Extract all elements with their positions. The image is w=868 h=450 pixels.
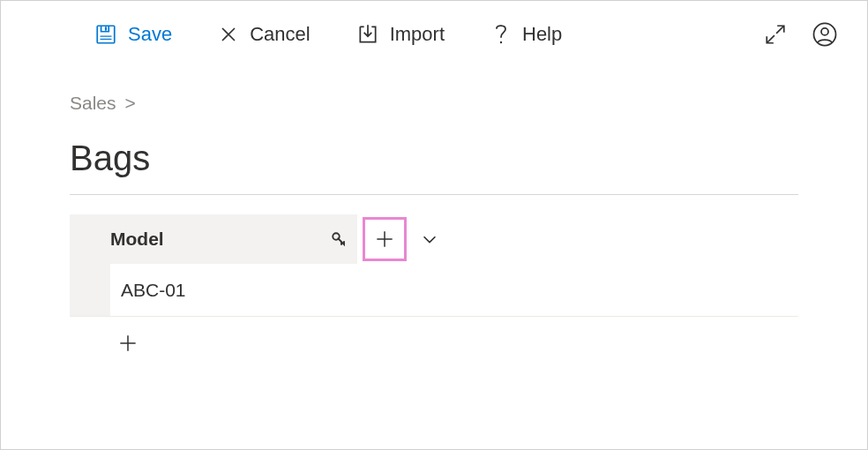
account-button[interactable] [807, 17, 842, 52]
import-label: Import [390, 23, 445, 46]
plus-icon [373, 228, 396, 251]
account-icon [812, 21, 838, 48]
row-gutter[interactable] [70, 264, 110, 316]
column-menu-button[interactable] [412, 221, 447, 257]
content: Sales > Bags Model [1, 93, 867, 370]
column-header-model[interactable]: Model [70, 214, 357, 264]
close-icon [218, 24, 239, 45]
breadcrumb[interactable]: Sales > [70, 93, 798, 114]
expand-icon [764, 23, 787, 46]
column-header-label: Model [110, 229, 324, 250]
save-button[interactable]: Save [87, 19, 179, 49]
help-icon [490, 21, 512, 48]
svg-point-2 [500, 41, 502, 43]
breadcrumb-item[interactable]: Sales [70, 93, 116, 113]
chevron-down-icon [420, 229, 439, 249]
add-row [70, 317, 798, 370]
breadcrumb-separator: > [124, 93, 135, 113]
save-icon [94, 23, 117, 46]
grid-header-row: Model [70, 214, 798, 264]
add-column-button[interactable] [363, 217, 407, 261]
svg-rect-1 [105, 26, 107, 30]
cell-value: ABC-01 [121, 280, 186, 301]
help-label: Help [522, 23, 562, 46]
import-icon [356, 23, 379, 46]
help-button[interactable]: Help [483, 18, 569, 51]
add-row-button[interactable] [110, 326, 146, 361]
save-label: Save [128, 23, 172, 46]
expand-button[interactable] [758, 17, 793, 52]
page-title: Bags [70, 139, 798, 195]
cell-model[interactable]: ABC-01 [110, 264, 357, 316]
toolbar: Save Cancel Import Help [1, 1, 867, 68]
plus-icon [116, 332, 139, 355]
svg-point-4 [821, 28, 828, 35]
data-grid: Model [70, 214, 798, 370]
key-icon [331, 231, 347, 247]
cancel-button[interactable]: Cancel [211, 19, 317, 49]
cancel-label: Cancel [250, 23, 310, 46]
table-row[interactable]: ABC-01 [70, 264, 798, 317]
import-button[interactable]: Import [349, 19, 452, 49]
